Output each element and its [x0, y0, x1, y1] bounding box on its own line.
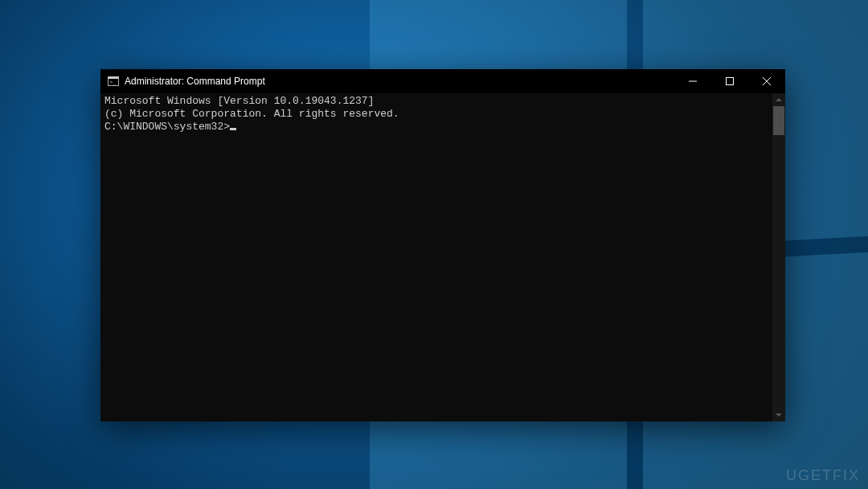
scroll-down-button[interactable] [772, 409, 785, 421]
window-title: Administrator: Command Prompt [125, 76, 265, 87]
terminal-prompt: C:\WINDOWS\system32> [104, 121, 230, 133]
terminal-output[interactable]: Microsoft Windows [Version 10.0.19043.12… [100, 93, 772, 421]
scroll-up-button[interactable] [772, 93, 785, 106]
watermark: UGETFIX [786, 467, 860, 484]
svg-text:>_: >_ [110, 79, 117, 85]
chevron-down-icon [776, 413, 782, 417]
terminal-line: (c) Microsoft Corporation. All rights re… [104, 108, 768, 121]
close-button[interactable] [748, 69, 785, 93]
window-body: Microsoft Windows [Version 10.0.19043.12… [100, 93, 785, 421]
chevron-up-icon [776, 98, 782, 101]
maximize-button[interactable] [711, 69, 748, 93]
titlebar[interactable]: >_ Administrator: Command Prompt [100, 69, 785, 93]
window-controls [674, 69, 785, 93]
command-prompt-window: >_ Administrator: Command Prompt Microso… [100, 69, 785, 421]
watermark-text: UGETFIX [786, 467, 860, 483]
minimize-button[interactable] [674, 69, 711, 93]
scrollbar-thumb[interactable] [773, 106, 784, 135]
command-prompt-icon: >_ [107, 75, 120, 88]
terminal-line: Microsoft Windows [Version 10.0.19043.12… [104, 95, 768, 108]
cursor-icon [230, 128, 236, 130]
vertical-scrollbar[interactable] [772, 93, 785, 421]
svg-rect-4 [727, 78, 734, 85]
